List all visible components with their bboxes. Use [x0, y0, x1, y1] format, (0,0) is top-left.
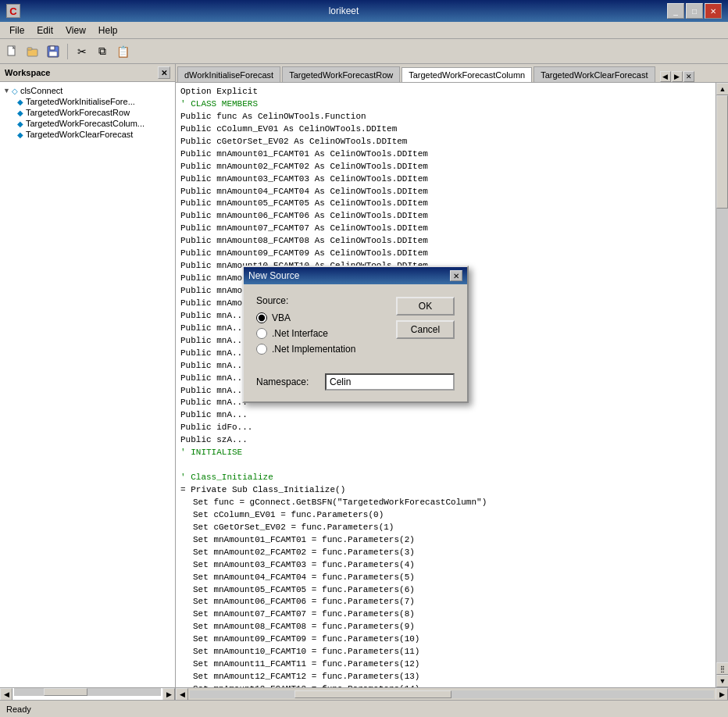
radio-vba-input[interactable]	[256, 312, 267, 323]
radio-vba-label: VBA	[272, 312, 291, 323]
new-source-dialog: New Source ✕ Source: VBA .Net Interface	[242, 266, 469, 403]
modal-namespace-row: Namespace:	[256, 373, 455, 391]
modal-title-bar: New Source ✕	[244, 267, 467, 284]
modal-namespace-label: Namespace:	[256, 376, 319, 387]
radio-net-interface[interactable]: .Net Interface	[256, 328, 388, 339]
modal-left: Source: VBA .Net Interface .Net Imple	[256, 295, 388, 366]
radio-net-implementation-label: .Net Implementation	[272, 344, 355, 355]
radio-net-implementation-input[interactable]	[256, 344, 267, 355]
radio-vba[interactable]: VBA	[256, 312, 388, 323]
modal-overlay: New Source ✕ Source: VBA .Net Interface	[0, 0, 728, 717]
modal-right: OK Cancel	[396, 295, 455, 366]
modal-close-button[interactable]: ✕	[450, 270, 462, 281]
radio-net-implementation[interactable]: .Net Implementation	[256, 344, 388, 355]
modal-source-label: Source:	[256, 295, 388, 306]
modal-content-row: Source: VBA .Net Interface .Net Imple	[256, 295, 455, 366]
radio-net-interface-label: .Net Interface	[272, 328, 328, 339]
ok-button[interactable]: OK	[396, 297, 455, 316]
radio-group-source: VBA .Net Interface .Net Implementation	[256, 312, 388, 355]
modal-body: Source: VBA .Net Interface .Net Imple	[244, 284, 467, 401]
modal-title: New Source	[248, 270, 299, 281]
radio-net-interface-input[interactable]	[256, 328, 267, 339]
namespace-input[interactable]	[325, 373, 455, 391]
cancel-button[interactable]: Cancel	[396, 320, 455, 339]
